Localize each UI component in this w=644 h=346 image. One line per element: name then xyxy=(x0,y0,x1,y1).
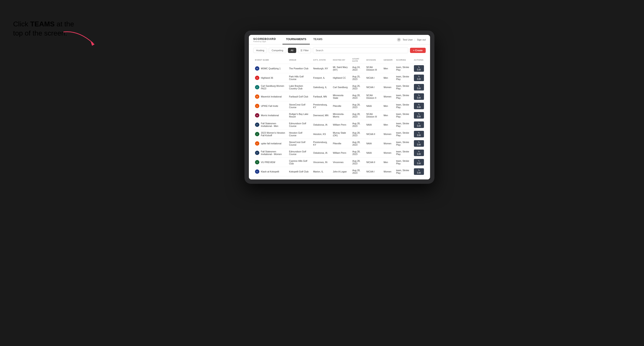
cell-start-date: Aug 28, 2023 xyxy=(350,101,364,111)
event-name-text: Klash at Kokopelli xyxy=(261,170,279,173)
event-name-text: Maverick Invitational xyxy=(261,95,282,98)
cell-event-name: 2 2023 Women's Hesston Fall Kickoff xyxy=(253,130,287,139)
edit-button[interactable]: ✎ Edit xyxy=(414,93,424,100)
edit-button[interactable]: ✎ Edit xyxy=(414,103,424,109)
cell-hosted-by: Pikeville xyxy=(331,101,350,111)
edit-button[interactable]: ✎ Edit xyxy=(414,75,424,81)
col-event-name: EVENT NAME xyxy=(253,56,287,64)
cell-actions: ✎ Edit xyxy=(412,167,426,176)
nav-user-area: ⚙ Test User | Sign out xyxy=(397,38,426,42)
nav-bar: SCOREBOARD Powered by Clippit TOURNAMENT… xyxy=(249,35,430,44)
event-name-text: MSMC Qualifying 1 xyxy=(261,67,280,70)
cell-start-date: Aug 28, 2023 xyxy=(350,130,364,139)
cell-scoring: team, Stroke Play xyxy=(394,139,412,148)
filter-icon-btn[interactable]: ☰ Filter xyxy=(298,48,311,53)
team-logo: U xyxy=(255,104,259,108)
instruction-line3: top of the screen. xyxy=(13,29,67,37)
app-logo: SCOREBOARD Powered by Clippit xyxy=(253,37,276,42)
event-name-text: VU PREVIEW xyxy=(261,161,275,164)
cell-event-name: F Fall Statesmen Invitational - Women xyxy=(253,148,287,158)
edit-button[interactable]: ✎ Edit xyxy=(414,112,424,119)
edit-button[interactable]: ✎ Edit xyxy=(414,168,424,175)
edit-button[interactable]: ✎ Edit xyxy=(414,121,424,128)
cell-gender: Men xyxy=(382,73,394,83)
edit-button[interactable]: ✎ Edit xyxy=(414,84,424,90)
table-header: EVENT NAME VENUE CITY, STATE HOSTED BY S… xyxy=(253,56,426,64)
cell-division: NCAA Division III xyxy=(364,111,382,120)
tab-tournaments[interactable]: TOURNAMENTS xyxy=(282,35,310,44)
cell-event-name: M MSMC Qualifying 1 xyxy=(253,64,287,73)
table-body: M MSMC Qualifying 1 The Powelton Club Ne… xyxy=(253,64,426,176)
edit-button[interactable]: ✎ Edit xyxy=(414,150,424,156)
cell-division: NICAA II xyxy=(364,158,382,167)
cell-hosted-by: Minnesota State xyxy=(331,92,350,101)
cell-actions: ✎ Edit xyxy=(412,139,426,148)
cell-gender: Women xyxy=(382,83,394,92)
cell-actions: ✎ Edit xyxy=(412,64,426,73)
competing-filter-btn[interactable]: Competing xyxy=(269,48,286,53)
sign-out-link[interactable]: Sign out xyxy=(417,38,426,41)
edit-button[interactable]: ✎ Edit xyxy=(414,131,424,137)
team-logo: M xyxy=(255,66,259,71)
team-logo: C xyxy=(255,85,259,89)
col-division: DIVISION xyxy=(364,56,382,64)
cell-venue: Kokopelli Golf Club xyxy=(287,167,311,176)
create-button[interactable]: + Create xyxy=(410,48,426,53)
cell-division: NCAA Division III xyxy=(364,64,382,73)
cell-scoring: team, Stroke Play xyxy=(394,64,412,73)
cell-venue: Hesston Golf Course xyxy=(287,130,311,139)
cell-venue: Edmundson Golf Course xyxy=(287,148,311,158)
instruction-panel: Click TEAMS at thetop of the screen. xyxy=(13,20,74,38)
col-venue: VENUE xyxy=(287,56,311,64)
col-city-state: CITY, STATE xyxy=(311,56,331,64)
cell-venue: Lake Bracken Country Club xyxy=(287,83,311,92)
instruction-line1: Click xyxy=(13,20,30,28)
cell-start-date: Aug 25, 2023 xyxy=(350,73,364,83)
cell-gender: Men xyxy=(382,64,394,73)
table-row: K Klash at Kokopelli Kokopelli Golf Club… xyxy=(253,167,426,176)
cell-start-date: Aug 28, 2023 xyxy=(350,167,364,176)
cell-scoring: team, Stroke Play xyxy=(394,92,412,101)
cell-start-date: Aug 24, 2023 xyxy=(350,64,364,73)
cell-event-name: M Maverick Invitational xyxy=(253,92,287,101)
instruction-line2: at the xyxy=(54,20,74,28)
search-input[interactable] xyxy=(313,47,408,53)
cell-actions: ✎ Edit xyxy=(412,101,426,111)
edit-button[interactable]: ✎ Edit xyxy=(414,140,424,147)
hosting-filter-btn[interactable]: Hosting xyxy=(253,48,267,53)
cell-division: NAIA xyxy=(364,139,382,148)
event-name-text: 2023 Women's Hesston Fall Kickoff xyxy=(261,132,286,137)
cell-gender: Women xyxy=(382,167,394,176)
settings-icon[interactable]: ⚙ xyxy=(397,38,401,42)
team-logo: V xyxy=(255,160,259,165)
cell-start-date: Aug 28, 2023 xyxy=(350,92,364,101)
table-row: M Maverick Invitational Faribault Golf C… xyxy=(253,92,426,101)
cell-actions: ✎ Edit xyxy=(412,111,426,120)
col-hosted-by: HOSTED BY xyxy=(331,56,350,64)
cell-venue: Edmundson Golf Course xyxy=(287,120,311,130)
cell-actions: ✎ Edit xyxy=(412,120,426,130)
edit-button[interactable]: ✎ Edit xyxy=(414,159,424,166)
cell-division: NICAA I xyxy=(364,73,382,83)
cell-hosted-by: Vincennes xyxy=(331,158,350,167)
cell-event-name: C Carl Sandburg Women FA23 xyxy=(253,83,287,92)
cell-gender: Men xyxy=(382,111,394,120)
nav-separator: | xyxy=(414,38,415,41)
cell-hosted-by: Highland CC xyxy=(331,73,350,83)
cell-venue: Ruttger's Bay Lake Resort xyxy=(287,111,311,120)
cell-division: NAIA xyxy=(364,120,382,130)
all-filter-btn[interactable]: All xyxy=(288,48,296,53)
col-gender: GENDER xyxy=(382,56,394,64)
cell-venue: Park Hills Golf Course xyxy=(287,73,311,83)
cell-hosted-by: Minnesota-Morris xyxy=(331,111,350,120)
edit-button[interactable]: ✎ Edit xyxy=(414,65,424,72)
logo-text: SCOREBOARD xyxy=(253,37,276,40)
cell-actions: ✎ Edit xyxy=(412,130,426,139)
event-name-text: Fall Statesmen Invitational - Men xyxy=(261,122,286,127)
tablet-frame: SCOREBOARD Powered by Clippit TOURNAMENT… xyxy=(244,30,434,184)
cell-city-state: Faribault, MN xyxy=(311,92,331,101)
cell-hosted-by: Pikeville xyxy=(331,139,350,148)
cell-venue: StoneCrest Golf Course xyxy=(287,139,311,148)
cell-gender: Men xyxy=(382,101,394,111)
tab-teams[interactable]: TEAMS xyxy=(310,35,326,44)
